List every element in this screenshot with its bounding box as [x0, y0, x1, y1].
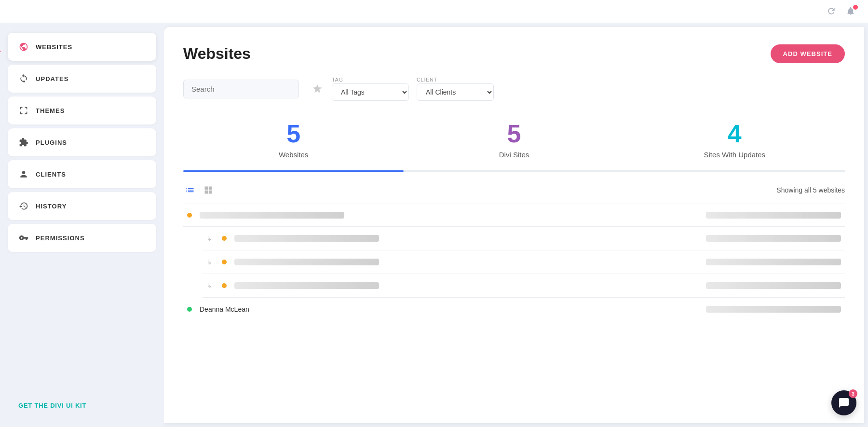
site-url-blurred: [706, 306, 841, 313]
sidebar-item-history-label: HISTORY: [36, 203, 67, 210]
table-row: [183, 204, 845, 227]
add-website-button[interactable]: ADD WEBSITE: [771, 44, 845, 63]
sidebar: WEBSITES UPDATES THEMES: [0, 23, 164, 427]
refresh-icon[interactable]: [827, 6, 837, 17]
site-url-blurred: [706, 235, 841, 242]
status-indicator: [222, 236, 227, 241]
app-layout: WEBSITES UPDATES THEMES: [0, 0, 868, 427]
table-row: ↳: [203, 227, 845, 250]
themes-icon: [18, 105, 29, 116]
site-url-blurred: [706, 282, 841, 289]
indent-arrow-icon: ↳: [206, 234, 212, 242]
page-header: Websites ADD WEBSITE: [183, 44, 845, 63]
favorites-star-icon[interactable]: [311, 82, 324, 96]
get-divi-link[interactable]: GET THE DIVI UI KIT: [18, 402, 86, 409]
stat-divi-label: Divi Sites: [404, 151, 624, 159]
indent-arrow-icon: ↳: [206, 258, 212, 266]
sidebar-item-clients[interactable]: CLIENTS: [8, 160, 156, 188]
globe-icon: [18, 41, 29, 52]
tag-filter-label: TAG: [332, 77, 409, 83]
page-title: Websites: [183, 45, 251, 63]
indent-arrow-icon: ↳: [206, 282, 212, 289]
status-indicator: [187, 307, 192, 312]
stats-row: 5 Websites 5 Divi Sites 4 Sites With Upd…: [183, 116, 845, 172]
view-icons: [183, 183, 215, 197]
permissions-icon: [18, 233, 29, 243]
sidebar-item-updates[interactable]: UPDATES: [8, 65, 156, 93]
client-filter-select[interactable]: All Clients: [417, 83, 494, 101]
sidebar-item-themes[interactable]: THEMES: [8, 96, 156, 124]
sidebar-item-plugins[interactable]: PLUGINS: [8, 128, 156, 156]
table-toolbar: Showing all 5 websites: [183, 183, 845, 197]
clients-icon: [18, 169, 29, 179]
site-name-blurred: [234, 259, 379, 265]
updates-icon: [18, 73, 29, 84]
status-indicator: [187, 213, 192, 218]
chat-widget[interactable]: 3: [831, 390, 856, 415]
notification-badge: [853, 5, 858, 10]
sidebar-item-history[interactable]: HISTORY: [8, 192, 156, 220]
stat-websites[interactable]: 5 Websites: [183, 116, 404, 172]
site-name-blurred: [200, 212, 344, 219]
history-icon: [18, 201, 29, 211]
bell-icon[interactable]: [846, 6, 856, 17]
stat-websites-number: 5: [183, 120, 404, 148]
tag-filter-group: TAG All Tags: [332, 77, 409, 101]
site-url-blurred: [706, 259, 841, 265]
stat-websites-label: Websites: [183, 151, 404, 159]
sidebar-item-updates-label: UPDATES: [36, 75, 68, 83]
site-name-blurred: [234, 235, 379, 242]
sidebar-item-themes-label: THEMES: [36, 107, 65, 114]
sidebar-item-permissions[interactable]: PERMISSIONS: [8, 224, 156, 252]
table-row: ↳: [203, 274, 845, 298]
arrow-indicator: [0, 41, 5, 61]
topbar: [0, 0, 868, 23]
filters-row: TAG All Tags CLIENT All Clients: [183, 77, 845, 101]
client-filter-label: CLIENT: [417, 77, 494, 83]
list-view-icon[interactable]: [183, 183, 197, 197]
filters-selects: TAG All Tags CLIENT All Clients: [332, 77, 494, 101]
main-content: Websites ADD WEBSITE TAG All Tags CLIENT: [164, 27, 864, 423]
sidebar-item-permissions-label: PERMISSIONS: [36, 234, 85, 242]
stat-updates-number: 4: [624, 120, 845, 148]
sidebar-item-websites[interactable]: WEBSITES: [8, 33, 156, 61]
status-indicator: [222, 260, 227, 264]
search-input[interactable]: [183, 80, 299, 98]
site-url-blurred: [706, 212, 841, 219]
stat-updates[interactable]: 4 Sites With Updates: [624, 116, 845, 172]
stat-divi-number: 5: [404, 120, 624, 148]
sidebar-item-clients-label: CLIENTS: [36, 171, 66, 178]
plugins-icon: [18, 137, 29, 148]
table-row: ↳: [203, 250, 845, 274]
sidebar-item-plugins-label: PLUGINS: [36, 139, 67, 146]
stat-updates-label: Sites With Updates: [624, 151, 845, 159]
tag-filter-select[interactable]: All Tags: [332, 83, 409, 101]
status-indicator: [222, 283, 227, 288]
chat-badge: 3: [849, 389, 857, 398]
client-filter-group: CLIENT All Clients: [417, 77, 494, 101]
sidebar-bottom: GET THE DIVI UI KIT: [8, 393, 156, 417]
site-name-text: Deanna McLean: [200, 305, 249, 313]
sidebar-item-websites-label: WEBSITES: [36, 43, 72, 51]
site-name-blurred: [234, 282, 379, 289]
stat-divi-sites[interactable]: 5 Divi Sites: [404, 116, 624, 172]
showing-text: Showing all 5 websites: [776, 186, 845, 194]
grid-view-icon[interactable]: [202, 183, 215, 197]
table-row: Deanna McLean: [183, 298, 845, 321]
